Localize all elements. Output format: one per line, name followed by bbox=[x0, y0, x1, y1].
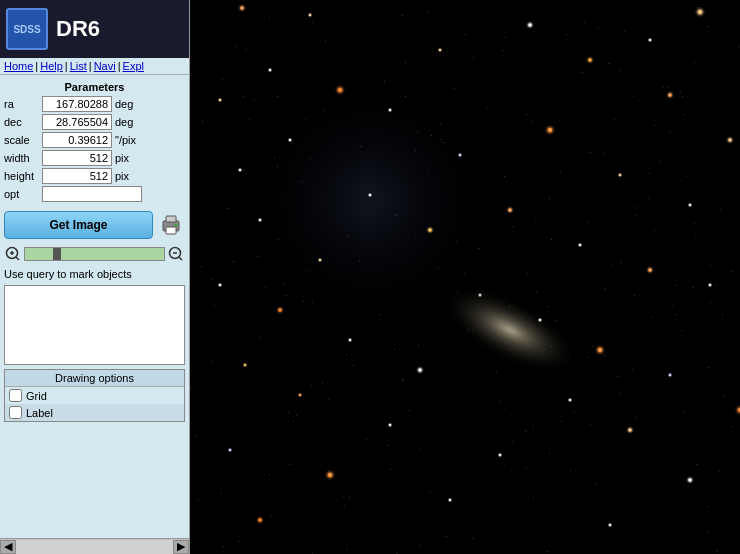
param-label-ra: ra bbox=[4, 98, 42, 110]
logo-text: SDSS bbox=[13, 24, 40, 35]
param-unit-dec: deg bbox=[115, 116, 133, 128]
zoom-row bbox=[0, 243, 189, 265]
svg-rect-1 bbox=[166, 216, 176, 222]
print-icon[interactable] bbox=[157, 211, 185, 239]
svg-line-10 bbox=[179, 257, 182, 260]
param-input-dec[interactable] bbox=[42, 114, 112, 130]
scroll-track[interactable] bbox=[16, 540, 173, 554]
zoom-slider[interactable] bbox=[24, 247, 165, 261]
param-label-scale: scale bbox=[4, 134, 42, 146]
draw-option-label: Label bbox=[5, 404, 184, 421]
param-input-height[interactable] bbox=[42, 168, 112, 184]
nav-home[interactable]: Home bbox=[2, 59, 35, 73]
params-title: Parameters bbox=[2, 79, 187, 95]
h-scrollbar-left[interactable]: ◀ ▶ bbox=[0, 538, 189, 554]
param-input-scale[interactable] bbox=[42, 132, 112, 148]
param-row-scale: scale "/pix bbox=[2, 131, 187, 149]
scroll-left-btn[interactable]: ◀ bbox=[0, 540, 16, 554]
scroll-right-btn[interactable]: ▶ bbox=[173, 540, 189, 554]
drawing-options-title: Drawing options bbox=[5, 370, 184, 387]
sky-canvas bbox=[190, 0, 740, 554]
svg-line-7 bbox=[16, 257, 19, 260]
sdss-logo: SDSS bbox=[6, 8, 48, 50]
param-row-width: width pix bbox=[2, 149, 187, 167]
param-label-height: height bbox=[4, 170, 42, 182]
param-unit-ra: deg bbox=[115, 98, 133, 110]
param-label-opt: opt bbox=[4, 188, 42, 200]
grid-label: Grid bbox=[26, 390, 47, 402]
grid-checkbox[interactable] bbox=[9, 389, 22, 402]
app-header: SDSS DR6 bbox=[0, 0, 189, 58]
param-row-dec: dec deg bbox=[2, 113, 187, 131]
param-row-height: height pix bbox=[2, 167, 187, 185]
draw-option-grid: Grid bbox=[5, 387, 184, 404]
nav-help[interactable]: Help bbox=[38, 59, 65, 73]
nav-expl[interactable]: Expl bbox=[121, 59, 146, 73]
nav-list[interactable]: List bbox=[68, 59, 89, 73]
sky-image-panel bbox=[190, 0, 740, 554]
nav-navi[interactable]: Navi bbox=[92, 59, 118, 73]
param-unit-height: pix bbox=[115, 170, 129, 182]
preview-box bbox=[4, 285, 185, 365]
get-image-button[interactable]: Get Image bbox=[4, 211, 153, 239]
param-label-dec: dec bbox=[4, 116, 42, 128]
zoom-out-icon[interactable] bbox=[167, 245, 185, 263]
svg-rect-2 bbox=[166, 227, 176, 234]
param-row-opt: opt bbox=[2, 185, 187, 203]
drawing-options: Drawing options Grid Label bbox=[4, 369, 185, 422]
zoom-in-icon[interactable] bbox=[4, 245, 22, 263]
zoom-handle[interactable] bbox=[53, 248, 61, 260]
label-checkbox[interactable] bbox=[9, 406, 22, 419]
param-unit-width: pix bbox=[115, 152, 129, 164]
param-input-opt[interactable] bbox=[42, 186, 142, 202]
param-input-width[interactable] bbox=[42, 150, 112, 166]
nav-bar: Home | Help | List | Navi | Expl bbox=[0, 58, 189, 75]
query-text: Use query to mark objects bbox=[0, 265, 189, 283]
svg-point-3 bbox=[175, 224, 178, 227]
params-section: Parameters ra deg dec deg scale "/pix wi… bbox=[0, 75, 189, 207]
param-label-width: width bbox=[4, 152, 42, 164]
param-row-ra: ra deg bbox=[2, 95, 187, 113]
label-label: Label bbox=[26, 407, 53, 419]
param-input-ra[interactable] bbox=[42, 96, 112, 112]
app-title: DR6 bbox=[56, 16, 100, 42]
buttons-row: Get Image bbox=[0, 207, 189, 243]
param-unit-scale: "/pix bbox=[115, 134, 136, 146]
